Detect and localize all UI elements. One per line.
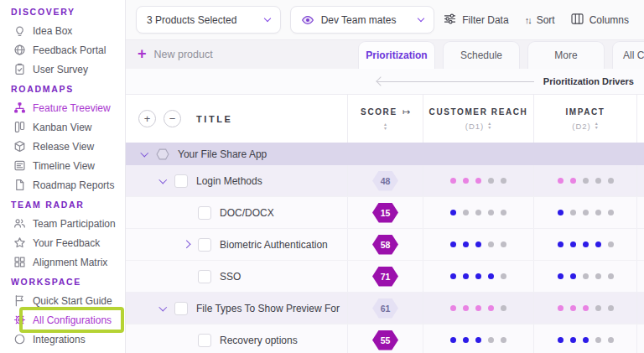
score-column-header[interactable]: SCORE↦ ▴▾ [347, 95, 423, 143]
score-badge: 55 [372, 330, 398, 350]
table-row-doc-docx[interactable]: DOC/DOCX 15 [126, 197, 644, 229]
row-checkbox[interactable] [198, 206, 211, 220]
customer-reach-rating[interactable] [423, 165, 533, 196]
tab-more[interactable]: More [527, 41, 605, 69]
products-dropdown[interactable]: 3 Products Selected [136, 6, 281, 34]
impact-rating[interactable] [533, 261, 636, 292]
rating-dot [558, 241, 564, 247]
columns-icon [571, 13, 584, 27]
sidebar-item-roadmap-reports[interactable]: Roadmap Reports [0, 175, 125, 195]
impact-rating[interactable] [533, 324, 636, 353]
rating-dot [595, 337, 601, 343]
table-row-your-file-share-app[interactable]: Your File Share App [126, 143, 644, 165]
next-column-sliver [636, 165, 644, 196]
tab-all-c[interactable]: All C [612, 41, 644, 69]
rating-dot [501, 210, 506, 215]
sidebar-item-kanban-view[interactable]: Kanban View [0, 117, 125, 137]
pin-column-icon[interactable]: ↦ [402, 106, 410, 117]
table-row-file-types-to-show-preview-for[interactable]: File Types To Show Preview For 61 [126, 293, 644, 324]
sort-carets-icon[interactable]: ▴▾ [488, 122, 491, 130]
team-dropdown[interactable]: Dev Team mates [290, 6, 435, 34]
impact-rating[interactable] [533, 197, 636, 228]
rating-dot [463, 178, 469, 184]
rating-dot [570, 337, 576, 343]
rating-dot [501, 273, 506, 279]
sidebar-item-integrations[interactable]: Integrations [0, 330, 125, 349]
chevron-down-icon[interactable] [158, 179, 168, 183]
customer-reach-rating[interactable] [423, 143, 533, 165]
sidebar-item-alignment-matrix[interactable]: Alignment Matrix [0, 252, 125, 272]
row-checkbox[interactable] [198, 334, 211, 347]
next-column-sliver [636, 197, 644, 228]
sidebar-item-release-view[interactable]: Release View [0, 137, 125, 156]
tab-prioritization[interactable]: Prioritization [358, 41, 435, 69]
document-icon [13, 179, 26, 191]
impact-rating[interactable] [533, 165, 636, 196]
score-cell: 48 [347, 165, 423, 196]
title-cell: Login Methods [126, 165, 347, 196]
lightbulb-icon [13, 24, 26, 37]
chevron-down-icon[interactable] [139, 153, 149, 156]
table-row-biometric-authentication[interactable]: Biometric Authentication 58 [126, 229, 644, 261]
filter-data-button[interactable]: Filter Data [444, 13, 508, 27]
score-badge: 48 [372, 171, 398, 191]
table-row-sso[interactable]: SSO 71 [126, 261, 644, 293]
sidebar-item-quick-start-guide[interactable]: Quick Start Guide [0, 291, 125, 310]
row-checkbox[interactable] [174, 174, 188, 188]
impact-rating[interactable] [533, 143, 636, 165]
sort-carets-icon[interactable]: ▴▾ [384, 122, 387, 131]
rating-dot [488, 178, 494, 184]
customer-reach-rating[interactable] [423, 197, 533, 228]
sidebar-item-team-participation[interactable]: Team Participation [0, 214, 125, 233]
rating-dot [475, 273, 481, 279]
sort-carets-icon[interactable]: ▴▾ [595, 122, 599, 130]
table-body: Your File Share App Login Methods 48 DOC… [126, 143, 644, 353]
table-row-login-methods[interactable]: Login Methods 48 [126, 165, 644, 197]
chevron-right-icon[interactable] [181, 241, 191, 247]
rating-dot [475, 178, 481, 184]
impact-rating[interactable] [533, 293, 636, 324]
customer-reach-rating[interactable] [423, 324, 533, 353]
sidebar-item-feedback-portal[interactable]: Feedback Portal [0, 40, 125, 60]
row-checkbox[interactable] [174, 302, 188, 315]
rating-dot [450, 241, 456, 247]
rating-dot [450, 337, 456, 343]
impact-column-header[interactable]: IMPACT (D2)▴▾ [533, 95, 636, 143]
columns-button[interactable]: Columns [571, 13, 629, 27]
title-cell: DOC/DOCX [126, 197, 347, 228]
row-checkbox[interactable] [198, 238, 211, 252]
rating-dot [475, 305, 481, 311]
impact-rating[interactable] [533, 229, 636, 260]
sidebar-item-timeline-view[interactable]: Timeline View [0, 156, 125, 175]
sort-button[interactable]: ↑↓ Sort [525, 14, 555, 26]
score-cell: 55 [347, 324, 423, 353]
sidebar-item-user-survey[interactable]: User Survey [0, 60, 125, 79]
sidebar-item-idea-box[interactable]: Idea Box [0, 21, 125, 40]
calendar-icon [13, 159, 26, 172]
rating-dot [488, 337, 494, 343]
expand-all-button[interactable]: + [138, 110, 156, 127]
sidebar-item-your-feedback[interactable]: Your Feedback [0, 233, 125, 252]
next-column-sliver [636, 229, 644, 260]
customer-reach-column-header[interactable]: CUSTOMER REACH (D1)▴▾ [423, 95, 533, 143]
collapse-all-button[interactable]: − [164, 110, 181, 127]
score-cell: 61 [347, 293, 423, 324]
rating-dot [570, 210, 576, 215]
new-product-button[interactable]: + New product [138, 40, 213, 69]
score-cell: 58 [347, 229, 423, 260]
box-icon [13, 140, 26, 153]
rating-dot [488, 210, 494, 215]
sidebar-item-feature-treeview[interactable]: Feature Treeview [0, 98, 125, 117]
rating-dot [595, 241, 601, 247]
table-row-recovery-options[interactable]: Recovery options 55 [126, 324, 644, 353]
table-header: + − TITLE SCORE↦ ▴▾ CUSTOMER REACH (D1)▴… [126, 95, 644, 143]
chevron-down-icon[interactable] [158, 307, 168, 310]
customer-reach-rating[interactable] [423, 229, 533, 260]
customer-reach-rating[interactable] [423, 293, 533, 324]
sidebar-item-all-configurations[interactable]: All Configurations [0, 310, 125, 330]
tab-schedule[interactable]: Schedule [443, 41, 520, 69]
next-column-sliver [636, 95, 644, 143]
customer-reach-rating[interactable] [423, 261, 533, 292]
rating-dot [463, 337, 469, 343]
row-checkbox[interactable] [198, 270, 211, 283]
